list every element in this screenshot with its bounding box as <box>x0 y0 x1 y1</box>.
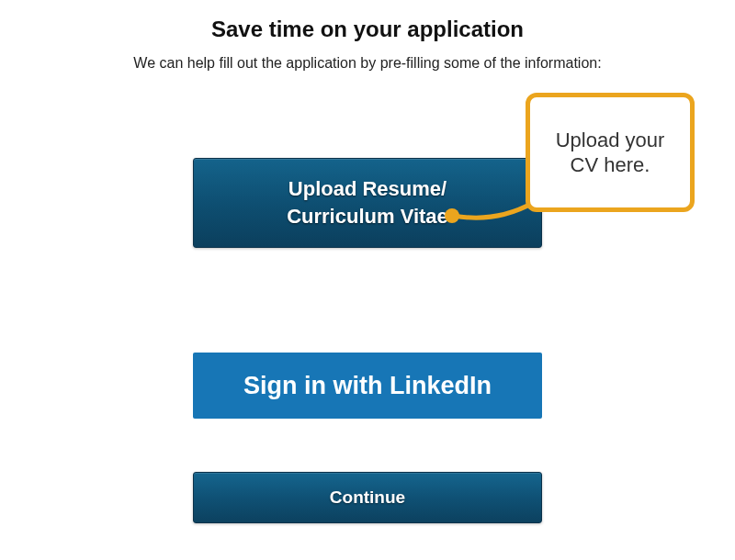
application-prefill-panel: Save time on your application We can hel… <box>0 17 735 523</box>
upload-resume-button[interactable]: Upload Resume/ Curriculum Vitae <box>193 158 542 248</box>
linkedin-signin-button[interactable]: Sign in with LinkedIn <box>193 353 542 419</box>
page-subtitle: We can help fill out the application by … <box>0 55 735 72</box>
upload-cv-callout: Upload your CV here. <box>526 93 695 212</box>
page-title: Save time on your application <box>0 17 735 42</box>
callout-text: Upload your CV here. <box>539 128 681 178</box>
continue-button[interactable]: Continue <box>193 472 542 523</box>
